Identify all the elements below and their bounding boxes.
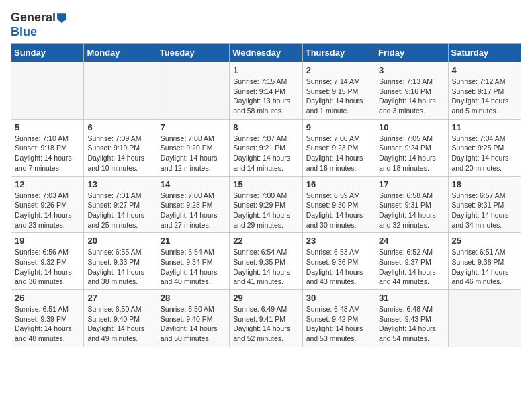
calendar-week-4: 19Sunrise: 6:56 AMSunset: 9:32 PMDayligh… (11, 233, 521, 290)
calendar-cell: 27Sunrise: 6:50 AMSunset: 9:40 PMDayligh… (84, 290, 157, 347)
day-number: 10 (379, 122, 444, 132)
day-info: Sunrise: 7:07 AMSunset: 9:21 PMDaylight:… (233, 134, 298, 173)
day-number: 31 (379, 293, 444, 303)
day-number: 21 (161, 236, 226, 246)
day-number: 15 (233, 179, 298, 189)
day-number: 27 (87, 293, 152, 303)
calendar-cell: 14Sunrise: 7:00 AMSunset: 9:28 PMDayligh… (157, 176, 229, 233)
calendar-cell: 26Sunrise: 6:51 AMSunset: 9:39 PMDayligh… (11, 290, 84, 347)
logo-icon (57, 13, 66, 23)
day-info: Sunrise: 7:04 AMSunset: 9:25 PMDaylight:… (452, 134, 517, 173)
calendar-cell: 2Sunrise: 7:14 AMSunset: 9:15 PMDaylight… (302, 62, 375, 120)
day-info: Sunrise: 7:14 AMSunset: 9:15 PMDaylight:… (306, 77, 371, 116)
calendar-cell (11, 62, 84, 120)
weekday-header-wednesday: Wednesday (230, 44, 302, 62)
day-info: Sunrise: 7:03 AMSunset: 9:26 PMDaylight:… (15, 191, 80, 230)
calendar-cell: 6Sunrise: 7:09 AMSunset: 9:19 PMDaylight… (84, 119, 157, 176)
day-info: Sunrise: 6:49 AMSunset: 9:41 PMDaylight:… (233, 304, 298, 344)
calendar-cell: 25Sunrise: 6:51 AMSunset: 9:38 PMDayligh… (448, 233, 521, 290)
day-number: 7 (161, 122, 226, 132)
calendar-cell: 10Sunrise: 7:05 AMSunset: 9:24 PMDayligh… (375, 119, 448, 176)
day-info: Sunrise: 7:12 AMSunset: 9:17 PMDaylight:… (452, 77, 517, 116)
day-number: 18 (452, 179, 517, 189)
calendar-cell: 21Sunrise: 6:54 AMSunset: 9:34 PMDayligh… (157, 233, 229, 290)
day-info: Sunrise: 7:15 AMSunset: 9:14 PMDaylight:… (233, 77, 298, 116)
calendar-cell: 20Sunrise: 6:55 AMSunset: 9:33 PMDayligh… (84, 233, 157, 290)
day-info: Sunrise: 7:01 AMSunset: 9:27 PMDaylight:… (87, 191, 152, 230)
calendar-cell: 19Sunrise: 6:56 AMSunset: 9:32 PMDayligh… (11, 233, 84, 290)
calendar-cell: 4Sunrise: 7:12 AMSunset: 9:17 PMDaylight… (448, 62, 521, 120)
calendar-cell: 3Sunrise: 7:13 AMSunset: 9:16 PMDaylight… (375, 62, 448, 120)
day-info: Sunrise: 6:55 AMSunset: 9:33 PMDaylight:… (87, 247, 152, 287)
day-info: Sunrise: 6:51 AMSunset: 9:38 PMDaylight:… (452, 247, 517, 287)
day-number: 24 (379, 236, 444, 246)
calendar-cell: 30Sunrise: 6:48 AMSunset: 9:42 PMDayligh… (302, 290, 375, 347)
day-info: Sunrise: 7:05 AMSunset: 9:24 PMDaylight:… (379, 134, 444, 173)
logo: General Blue (11, 11, 66, 39)
calendar-week-1: 1Sunrise: 7:15 AMSunset: 9:14 PMDaylight… (11, 62, 521, 120)
day-info: Sunrise: 6:48 AMSunset: 9:43 PMDaylight:… (379, 304, 444, 344)
calendar-header-row: SundayMondayTuesdayWednesdayThursdayFrid… (11, 44, 521, 62)
day-number: 14 (161, 179, 226, 189)
day-info: Sunrise: 7:10 AMSunset: 9:18 PMDaylight:… (15, 134, 80, 173)
day-number: 11 (452, 122, 517, 132)
weekday-header-tuesday: Tuesday (157, 44, 229, 62)
day-info: Sunrise: 7:00 AMSunset: 9:29 PMDaylight:… (233, 191, 298, 230)
day-number: 19 (15, 236, 80, 246)
weekday-header-saturday: Saturday (448, 44, 521, 62)
day-info: Sunrise: 6:50 AMSunset: 9:40 PMDaylight:… (161, 304, 226, 344)
day-number: 1 (233, 65, 298, 75)
logo-general: General (11, 11, 66, 24)
weekday-header-monday: Monday (84, 44, 157, 62)
day-number: 12 (15, 179, 80, 189)
calendar-cell: 18Sunrise: 6:57 AMSunset: 9:31 PMDayligh… (448, 176, 521, 233)
calendar-cell (157, 62, 229, 120)
day-info: Sunrise: 6:51 AMSunset: 9:39 PMDaylight:… (15, 304, 80, 344)
logo-blue: Blue (11, 25, 37, 38)
weekday-header-sunday: Sunday (11, 44, 84, 62)
calendar-table: SundayMondayTuesdayWednesdayThursdayFrid… (11, 43, 521, 347)
day-number: 22 (233, 236, 298, 246)
day-number: 5 (15, 122, 80, 132)
day-info: Sunrise: 7:00 AMSunset: 9:28 PMDaylight:… (161, 191, 226, 230)
day-number: 20 (87, 236, 152, 246)
calendar-cell: 13Sunrise: 7:01 AMSunset: 9:27 PMDayligh… (84, 176, 157, 233)
calendar-cell: 22Sunrise: 6:54 AMSunset: 9:35 PMDayligh… (230, 233, 302, 290)
calendar-cell: 28Sunrise: 6:50 AMSunset: 9:40 PMDayligh… (157, 290, 229, 347)
calendar-cell: 15Sunrise: 7:00 AMSunset: 9:29 PMDayligh… (230, 176, 302, 233)
day-number: 2 (306, 65, 371, 75)
day-number: 9 (306, 122, 371, 132)
calendar-week-5: 26Sunrise: 6:51 AMSunset: 9:39 PMDayligh… (11, 290, 521, 347)
calendar-cell: 23Sunrise: 6:53 AMSunset: 9:36 PMDayligh… (302, 233, 375, 290)
day-info: Sunrise: 6:52 AMSunset: 9:37 PMDaylight:… (379, 247, 444, 287)
calendar-cell: 12Sunrise: 7:03 AMSunset: 9:26 PMDayligh… (11, 176, 84, 233)
day-number: 29 (233, 293, 298, 303)
day-info: Sunrise: 7:09 AMSunset: 9:19 PMDaylight:… (87, 134, 152, 173)
calendar-cell: 8Sunrise: 7:07 AMSunset: 9:21 PMDaylight… (230, 119, 302, 176)
day-number: 16 (306, 179, 371, 189)
calendar-cell: 29Sunrise: 6:49 AMSunset: 9:41 PMDayligh… (230, 290, 302, 347)
day-number: 23 (306, 236, 371, 246)
day-info: Sunrise: 6:50 AMSunset: 9:40 PMDaylight:… (87, 304, 152, 344)
weekday-header-thursday: Thursday (302, 44, 375, 62)
day-number: 26 (15, 293, 80, 303)
calendar-cell: 7Sunrise: 7:08 AMSunset: 9:20 PMDaylight… (157, 119, 229, 176)
logo-text: General (11, 11, 66, 25)
page-header: General Blue (11, 11, 521, 39)
day-number: 6 (87, 122, 152, 132)
calendar-cell: 5Sunrise: 7:10 AMSunset: 9:18 PMDaylight… (11, 119, 84, 176)
calendar-cell: 17Sunrise: 6:58 AMSunset: 9:31 PMDayligh… (375, 176, 448, 233)
day-info: Sunrise: 6:54 AMSunset: 9:34 PMDaylight:… (161, 247, 226, 287)
day-number: 28 (161, 293, 226, 303)
day-info: Sunrise: 6:53 AMSunset: 9:36 PMDaylight:… (306, 247, 371, 287)
day-info: Sunrise: 6:56 AMSunset: 9:32 PMDaylight:… (15, 247, 80, 287)
day-number: 3 (379, 65, 444, 75)
day-info: Sunrise: 6:58 AMSunset: 9:31 PMDaylight:… (379, 191, 444, 230)
day-number: 25 (452, 236, 517, 246)
calendar-week-3: 12Sunrise: 7:03 AMSunset: 9:26 PMDayligh… (11, 176, 521, 233)
day-number: 4 (452, 65, 517, 75)
calendar-cell: 11Sunrise: 7:04 AMSunset: 9:25 PMDayligh… (448, 119, 521, 176)
calendar-cell: 24Sunrise: 6:52 AMSunset: 9:37 PMDayligh… (375, 233, 448, 290)
weekday-header-friday: Friday (375, 44, 448, 62)
calendar-body: 1Sunrise: 7:15 AMSunset: 9:14 PMDaylight… (11, 62, 521, 347)
